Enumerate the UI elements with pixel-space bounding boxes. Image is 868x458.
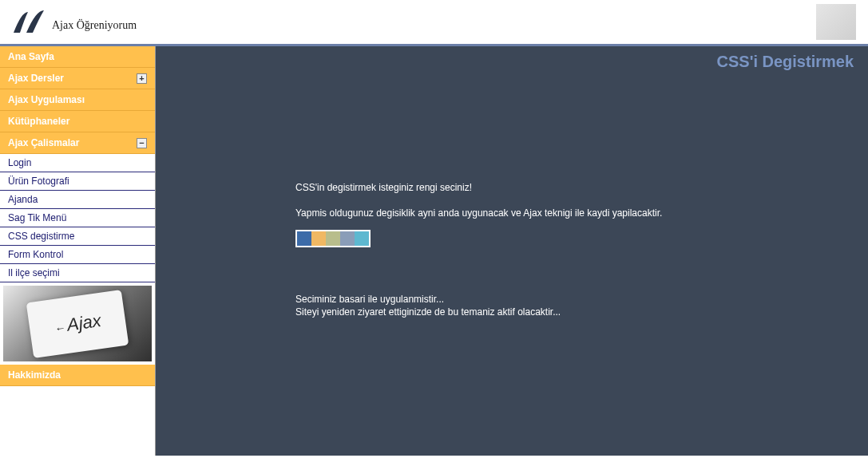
color-swatch-cyan[interactable] — [355, 231, 369, 246]
nav-label: Kütüphaneler — [8, 116, 69, 127]
nav-item-works[interactable]: Ajax Çalismalar − — [0, 132, 155, 154]
sub-nav: Login Ürün Fotografi Ajanda Sag Tik Menü… — [0, 154, 155, 282]
color-swatch-blue[interactable] — [297, 231, 311, 246]
instruction-text-1: CSS'in degistirmek isteginiz rengi secin… — [295, 182, 868, 193]
header-decoration-image — [816, 4, 856, 40]
nav-label: Hakkimizda — [8, 369, 61, 381]
logo-swoosh-icon — [12, 9, 50, 36]
minus-icon[interactable]: − — [137, 138, 147, 148]
nav-item-lessons[interactable]: Ajax Dersler + — [0, 68, 155, 89]
page-title: CSS'i Degistirmek — [717, 53, 854, 71]
instruction-text-2: Yapmis oldugunuz degisiklik ayni anda uy… — [295, 207, 868, 219]
nav-item-libraries[interactable]: Kütüphaneler — [0, 111, 155, 132]
header: Ajax Öğreniyorum — [0, 0, 868, 46]
subnav-item-form-control[interactable]: Form Kontrol — [0, 246, 155, 264]
subnav-item-rightclick-menu[interactable]: Sag Tik Menü — [0, 209, 155, 227]
sidebar-promo-image: Ajax — [3, 286, 152, 361]
subnav-item-login[interactable]: Login — [0, 154, 155, 172]
color-swatch-grayblue[interactable] — [340, 231, 355, 246]
nav-label: Ana Sayfa — [8, 51, 54, 62]
bottom-nav: Hakkimizda — [0, 365, 155, 386]
nav-item-home[interactable]: Ana Sayfa — [0, 46, 155, 68]
logo-text: Ajax Öğreniyorum — [52, 19, 137, 36]
nav-label: Ajax Çalismalar — [8, 137, 79, 148]
primary-nav: Ana Sayfa Ajax Dersler + Ajax Uygulaması… — [0, 46, 155, 154]
subnav-item-product-photo[interactable]: Ürün Fotografi — [0, 172, 155, 191]
logo-section: Ajax Öğreniyorum — [12, 9, 137, 36]
content-body: CSS'in degistirmek isteginiz rengi secin… — [156, 46, 868, 318]
nav-item-about[interactable]: Hakkimizda — [0, 365, 155, 386]
status-message-1: Seciminiz basari ile uygulanmistir... — [295, 294, 868, 305]
nav-label: Ajax Uygulaması — [8, 94, 85, 105]
nav-item-application[interactable]: Ajax Uygulaması — [0, 89, 155, 111]
subnav-item-agenda[interactable]: Ajanda — [0, 191, 155, 209]
subnav-item-css-change[interactable]: CSS degistirme — [0, 227, 155, 246]
color-swatch-olive[interactable] — [326, 231, 340, 246]
color-swatch-row — [295, 230, 371, 247]
subnav-item-province-select[interactable]: Il ilçe seçimi — [0, 264, 155, 282]
main-container: Ana Sayfa Ajax Dersler + Ajax Uygulaması… — [0, 46, 868, 456]
status-message-2: Siteyi yeniden ziyaret ettiginizde de bu… — [295, 306, 868, 318]
plus-icon[interactable]: + — [137, 73, 147, 84]
nav-label: Ajax Dersler — [8, 73, 64, 84]
sidebar: Ana Sayfa Ajax Dersler + Ajax Uygulaması… — [0, 46, 156, 456]
ajax-key-text: Ajax — [53, 310, 102, 338]
color-swatch-orange[interactable] — [311, 231, 326, 246]
content-area: CSS'i Degistirmek CSS'in degistirmek ist… — [156, 46, 868, 456]
